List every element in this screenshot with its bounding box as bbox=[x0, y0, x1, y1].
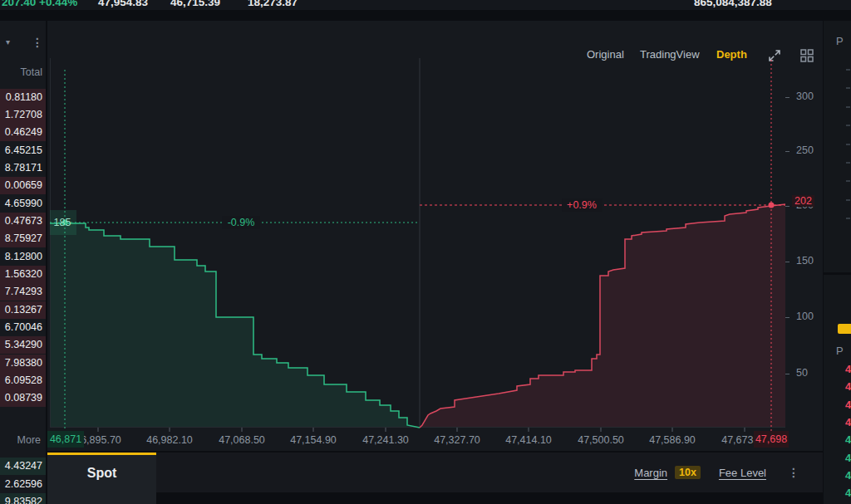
more-menu-icon[interactable]: ⋮ bbox=[788, 466, 799, 479]
y-axis-label: 250 bbox=[785, 144, 823, 158]
x-axis-label: 47,500.50 bbox=[578, 434, 624, 446]
y-axis: 202 30025020015010050 bbox=[785, 58, 823, 433]
bid-cursor-amount-label: 185 bbox=[54, 217, 71, 228]
more-menu-icon[interactable]: ⋮ bbox=[32, 36, 43, 49]
clipped-row-fragment bbox=[846, 106, 850, 108]
depth-chart[interactable]: -0.9%+0.9%185 bbox=[50, 58, 785, 433]
ask-row[interactable]: 0.47673 bbox=[0, 213, 46, 230]
trade-price-fragment: 4 bbox=[845, 452, 851, 464]
ticker-24h-volume: 18,273.87 bbox=[248, 0, 298, 8]
clipped-row-fragment bbox=[846, 218, 850, 219]
x-axis-label: 47,154.90 bbox=[290, 434, 337, 446]
ask-row[interactable]: 8.12800 bbox=[0, 248, 46, 266]
ticker-24h-change: 207.40 +0.44% bbox=[2, 0, 77, 8]
ask-row[interactable]: 4.65990 bbox=[0, 195, 46, 213]
trade-price-fragment: 4 bbox=[845, 416, 851, 428]
y-axis-label: 150 bbox=[785, 255, 823, 268]
ask-cursor-amount-label: 202 bbox=[792, 195, 814, 207]
market-trades-strip: P P 44444444 bbox=[824, 21, 851, 504]
ask-row[interactable]: 8.78171 bbox=[0, 159, 46, 177]
order-book-more-link[interactable]: More bbox=[17, 434, 41, 446]
clipped-row-fragment bbox=[846, 125, 850, 126]
trade-price-fragment: 4 bbox=[845, 487, 851, 499]
ask-row[interactable]: 0.81180 bbox=[0, 89, 46, 106]
y-axis-label: 300 bbox=[785, 91, 823, 104]
x-axis-label: 47,241.30 bbox=[362, 434, 409, 446]
x-axis: 46,895.7046,982.1047,068.5047,154.9047,2… bbox=[50, 431, 785, 449]
trade-price-fragment: 4 bbox=[845, 469, 851, 482]
trade-price-fragment: 4 bbox=[845, 433, 851, 446]
ask-row[interactable]: 0.46249 bbox=[0, 124, 46, 141]
trade-price-fragment: 4 bbox=[845, 399, 851, 411]
bid-cursor-price-label: 46,871 bbox=[47, 431, 84, 448]
ticker-24h-quote-volume: 865,084,387.88 bbox=[694, 0, 772, 8]
ask-row[interactable]: 0.00659 bbox=[0, 177, 46, 194]
ask-row[interactable]: 7.98380 bbox=[0, 355, 46, 372]
x-axis-label: 47,414.10 bbox=[505, 434, 552, 446]
tab-spot[interactable]: Spot bbox=[47, 453, 156, 504]
bid-row[interactable]: 2.62596 bbox=[0, 476, 46, 493]
order-book-panel: ▾ ⋮ Total More 0.811801.727080.462496.45… bbox=[0, 21, 46, 504]
trade-price-fragment: 4 bbox=[845, 380, 851, 393]
x-axis-label: 47,327.70 bbox=[434, 434, 480, 446]
ticker-24h-low: 46,715.39 bbox=[170, 0, 220, 8]
ask-row[interactable]: 6.45215 bbox=[0, 142, 46, 159]
y-axis-label: 50 bbox=[785, 367, 823, 380]
x-axis-label: 46,982.10 bbox=[146, 434, 193, 446]
ask-row[interactable]: 1.72708 bbox=[0, 106, 46, 124]
fee-level-link[interactable]: Fee Level bbox=[719, 467, 766, 479]
clipped-row-fragment bbox=[846, 69, 850, 71]
bid-percent-label: -0.9% bbox=[223, 216, 260, 229]
y-axis-label: 100 bbox=[785, 311, 823, 324]
chart-panel: Original TradingView Depth -0.9%+0.9%185… bbox=[47, 21, 823, 451]
ticker-bar: 207.40 +0.44% 47,954.83 46,715.39 18,273… bbox=[0, 0, 851, 10]
ask-row[interactable]: 7.74293 bbox=[0, 283, 46, 301]
ask-cursor-price-label: 47,698 bbox=[754, 431, 789, 448]
ask-row[interactable]: 6.09528 bbox=[0, 372, 46, 389]
ask-percent-label: +0.9% bbox=[562, 198, 602, 212]
spot-tab-label: Spot bbox=[87, 466, 117, 481]
ask-row[interactable]: 0.08739 bbox=[0, 389, 46, 407]
clipped-row-fragment bbox=[846, 144, 850, 145]
leverage-badge[interactable]: 10x bbox=[675, 466, 701, 479]
ask-row[interactable]: 1.56320 bbox=[0, 266, 46, 283]
trade-price-fragment: 4 bbox=[845, 363, 851, 375]
price-column-header: P bbox=[836, 35, 844, 47]
order-book-total-header: Total bbox=[21, 66, 42, 78]
bid-row[interactable]: 4.43247 bbox=[0, 458, 46, 475]
margin-link[interactable]: Margin bbox=[634, 467, 667, 479]
ask-row[interactable]: 6.70046 bbox=[0, 319, 46, 336]
clipped-row-fragment bbox=[846, 180, 850, 182]
panel-divider bbox=[824, 272, 851, 275]
clipped-row-fragment bbox=[846, 199, 850, 201]
clipped-row-fragment bbox=[846, 162, 850, 164]
ask-row[interactable]: 0.13267 bbox=[0, 301, 46, 319]
bid-row[interactable]: 9.83582 bbox=[0, 493, 46, 504]
ask-row[interactable]: 8.75927 bbox=[0, 230, 46, 247]
price-column-header: P bbox=[836, 345, 844, 357]
chevron-down-icon[interactable]: ▾ bbox=[6, 37, 10, 46]
x-axis-label: 47,586.90 bbox=[649, 434, 696, 446]
bottom-bar: Margin 10x Fee Level ⋮ bbox=[156, 453, 823, 492]
ask-row[interactable]: 5.34290 bbox=[0, 336, 46, 354]
x-axis-label: 47,068.50 bbox=[219, 434, 265, 446]
ticker-24h-high: 47,954.83 bbox=[98, 0, 148, 8]
accent-badge-fragment[interactable] bbox=[838, 324, 851, 334]
clipped-row-fragment bbox=[846, 87, 850, 89]
depth-chart-svg bbox=[50, 58, 785, 433]
